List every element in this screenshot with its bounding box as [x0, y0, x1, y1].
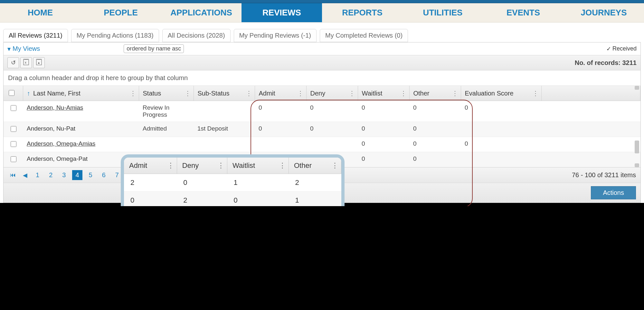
pager-page-2[interactable]: 2: [46, 170, 56, 180]
overlay-cell: 0: [124, 192, 177, 206]
cell-substatus: 1st Deposit: [194, 122, 255, 137]
scroll-up-icon[interactable]: [635, 86, 639, 90]
overlay-cell: 0: [177, 174, 227, 192]
row-checkbox[interactable]: [11, 141, 16, 147]
tab-all-reviews[interactable]: All Reviews (3211): [3, 29, 68, 42]
nav-reports[interactable]: REPORTS: [322, 3, 402, 22]
nav-utilities[interactable]: UTILITIES: [402, 3, 483, 22]
nav-home[interactable]: HOME: [0, 3, 80, 22]
my-views-dropdown[interactable]: ▾ My Views: [7, 45, 40, 53]
col-menu-icon[interactable]: ⋮: [297, 89, 304, 97]
select-all-checkbox[interactable]: [9, 90, 14, 96]
col-menu-icon[interactable]: ⋮: [217, 161, 224, 170]
nav-reviews[interactable]: REVIEWS: [242, 3, 322, 22]
nav-people[interactable]: PEOPLE: [80, 3, 161, 22]
nav-applications[interactable]: APPLICATIONS: [161, 3, 242, 22]
records-count: No. of records: 3211: [575, 59, 637, 67]
cell-status: Review In Progress: [139, 101, 194, 122]
col-menu-icon[interactable]: ⋮: [185, 89, 191, 97]
overlay-cell: 1: [227, 174, 289, 192]
col-status[interactable]: Status⋮: [139, 86, 194, 101]
cell-other: 0: [409, 101, 461, 122]
overlay-col: Admit⋮: [124, 158, 177, 174]
col-name[interactable]: ↑ Last Name, First ⋮: [23, 86, 139, 101]
pager-first-icon[interactable]: ⏮: [8, 172, 18, 178]
overlay-row: 0201: [124, 192, 341, 206]
my-views-label: My Views: [13, 45, 40, 52]
row-checkbox[interactable]: [11, 156, 16, 162]
pager-page-6[interactable]: 6: [99, 170, 109, 180]
overlay-row: 2012: [124, 174, 341, 192]
cell-other: 0: [409, 137, 461, 152]
export-excel-button[interactable]: x: [20, 57, 32, 68]
cell-score: 0: [461, 101, 541, 122]
pager-page-3[interactable]: 3: [59, 170, 69, 180]
cell-waitlist: 0: [358, 122, 409, 137]
cell-substatus: [194, 137, 255, 152]
col-score[interactable]: Evaluation Score⋮: [461, 86, 541, 101]
select-all-header[interactable]: [4, 86, 23, 101]
export-pdf-button[interactable]: ▲: [33, 57, 45, 68]
col-menu-icon[interactable]: ⋮: [400, 89, 407, 97]
overlay-col: Waitlist⋮: [227, 158, 289, 174]
pager-page-5[interactable]: 5: [86, 170, 96, 180]
cell-deny: 0: [306, 122, 358, 137]
name-link[interactable]: Anderson, Omega-Amias: [27, 140, 95, 147]
col-waitlist-label: Waitlist: [362, 90, 383, 97]
col-menu-icon[interactable]: ⋮: [452, 89, 458, 97]
tab-my-pending-reviews[interactable]: My Pending Reviews (-1): [234, 29, 317, 42]
pager-prev-icon[interactable]: ◀: [21, 172, 29, 179]
cell-waitlist: 0: [358, 152, 409, 167]
table-row: Anderson, Nu-PatAdmitted1st Deposit0000: [4, 122, 640, 137]
row-checkbox[interactable]: [11, 105, 16, 111]
col-other-label: Other: [413, 90, 430, 97]
cell-admit: 0: [255, 122, 306, 137]
col-substatus-label: Sub-Status: [198, 90, 230, 97]
cell-other: 0: [409, 122, 461, 137]
col-substatus[interactable]: Sub-Status⋮: [194, 86, 255, 101]
col-admit[interactable]: Admit⋮: [255, 86, 306, 101]
svg-text:x: x: [25, 61, 26, 64]
col-waitlist[interactable]: Waitlist⋮: [358, 86, 409, 101]
nav-events[interactable]: EVENTS: [483, 3, 564, 22]
order-indicator[interactable]: ordered by name asc: [124, 44, 184, 53]
pager-page-4[interactable]: 4: [72, 170, 82, 180]
nav-journeys[interactable]: JOURNEYS: [564, 3, 644, 22]
overlay-cell: 2: [177, 192, 227, 206]
scrollbar-thumb[interactable]: [635, 141, 639, 153]
received-indicator: ✓ Received: [606, 45, 637, 52]
tab-all-decisions[interactable]: All Decisions (2028): [162, 29, 231, 42]
name-link[interactable]: Anderson, Nu-Amias: [27, 104, 83, 111]
cell-score: [461, 122, 541, 137]
excel-icon: x: [23, 59, 29, 67]
name-link: Anderson, Omega-Pat: [27, 155, 88, 162]
pager-page-1[interactable]: 1: [33, 170, 43, 180]
group-drop-zone[interactable]: Drag a column header and drop it here to…: [4, 70, 640, 86]
overlay-cell: 2: [124, 174, 177, 192]
col-menu-icon[interactable]: ⋮: [167, 161, 174, 170]
tab-my-completed-reviews[interactable]: My Completed Reviews (0): [320, 29, 408, 42]
cell-deny: 0: [306, 101, 358, 122]
col-deny[interactable]: Deny⋮: [306, 86, 358, 101]
col-menu-icon[interactable]: ⋮: [532, 89, 539, 97]
main-nav: HOME PEOPLE APPLICATIONS REVIEWS REPORTS…: [0, 3, 644, 23]
cell-admit: [255, 137, 306, 152]
actions-button[interactable]: Actions: [591, 186, 636, 199]
col-name-label: Last Name, First: [33, 90, 80, 97]
col-menu-icon[interactable]: ⋮: [331, 161, 338, 170]
cell-substatus: [194, 101, 255, 122]
scroll-down-icon[interactable]: [635, 163, 639, 167]
col-menu-icon[interactable]: ⋮: [279, 161, 286, 170]
col-menu-icon[interactable]: ⋮: [349, 89, 355, 97]
cell-status: [139, 137, 194, 152]
col-admit-label: Admit: [259, 90, 275, 97]
view-tabs: All Reviews (3211) My Pending Actions (1…: [0, 23, 644, 42]
pager-summary: 76 - 100 of 3211 items: [572, 171, 636, 179]
refresh-button[interactable]: ↺: [7, 57, 19, 68]
col-menu-icon[interactable]: ⋮: [246, 89, 252, 97]
col-menu-icon[interactable]: ⋮: [130, 89, 136, 97]
col-other[interactable]: Other⋮: [409, 86, 461, 101]
overlay-col: Other⋮: [289, 158, 341, 174]
row-checkbox[interactable]: [11, 126, 16, 132]
tab-my-pending-actions[interactable]: My Pending Actions (1183): [71, 29, 159, 42]
